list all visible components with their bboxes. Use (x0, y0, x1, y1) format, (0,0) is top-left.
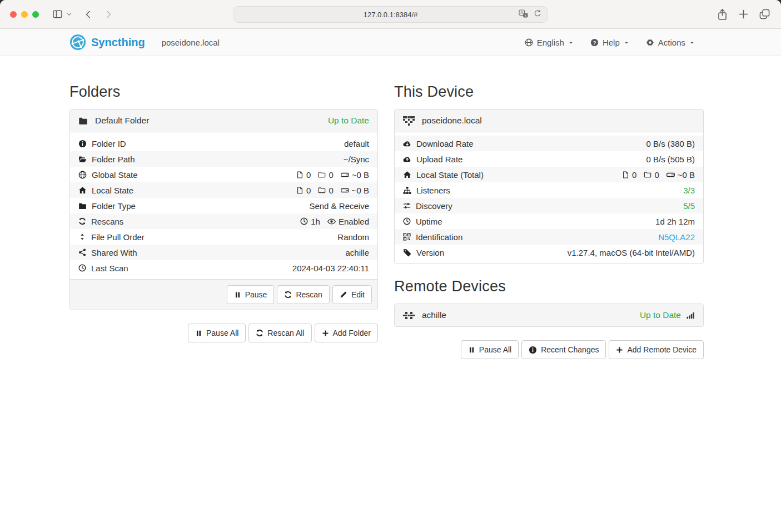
menu-actions[interactable]: Actions (646, 38, 695, 47)
browser-chrome: 127.0.0.1:8384/# Ax (0, 0, 781, 29)
caret-down-icon (624, 38, 629, 47)
row-label: Folder Type (92, 201, 136, 211)
chevron-down-icon[interactable] (66, 11, 72, 17)
table-row: Last Scan2024-04-03 22:40:11 (70, 260, 377, 276)
address-bar[interactable]: 127.0.0.1:8384/# Ax (233, 6, 548, 23)
edit-button[interactable]: Edit (332, 285, 372, 304)
remote-devices-actions: Pause AllRecent ChangesAdd Remote Device (394, 340, 704, 359)
table-row: File Pull OrderRandom (70, 229, 377, 245)
row-value: 3/3 (683, 186, 695, 195)
this-device-panel-header[interactable]: poseidone.local (395, 110, 703, 132)
pause-icon (234, 291, 241, 299)
row-label: File Pull Order (91, 232, 145, 242)
zoom-window-button[interactable] (32, 11, 39, 18)
row-label: Shared With (91, 248, 137, 257)
row-label: Global State (92, 170, 138, 180)
clock-icon (300, 217, 308, 225)
folders-column: Folders Default Folder Up to Date Folder… (69, 83, 378, 359)
row-label: Listeners (416, 186, 450, 195)
forward-button-icon[interactable] (105, 9, 112, 19)
brand-name: Syncthing (91, 36, 145, 49)
close-window-button[interactable] (10, 11, 17, 18)
cloud-down-icon (403, 140, 411, 148)
add-folder-button[interactable]: Add Folder (315, 324, 378, 342)
row-value: achille (345, 248, 369, 257)
row-value: Send & Receive (309, 201, 369, 211)
rescan-all-button[interactable]: Rescan All (248, 324, 311, 342)
sliders-icon (403, 202, 411, 210)
folder-panel-header[interactable]: Default Folder Up to Date (70, 110, 377, 132)
file-icon (296, 186, 304, 195)
folder-icon (78, 202, 87, 210)
this-device-panel: poseidone.local Download Rate0 B/s (380 … (394, 109, 704, 264)
tab-overview-icon[interactable] (759, 9, 770, 19)
refresh-icon (284, 291, 292, 299)
plus-icon (616, 346, 623, 354)
row-label: Identification (416, 232, 462, 242)
remote-device-panel-header[interactable]: achille Up to Date (395, 304, 703, 326)
folder-panel: Default Folder Up to Date Folder IDdefau… (69, 109, 378, 310)
table-row: Uptime1d 2h 12m (395, 213, 703, 229)
recent-changes-button[interactable]: Recent Changes (521, 340, 606, 359)
back-button-icon[interactable] (84, 9, 92, 19)
row-value: v1.27.4, macOS (64-bit Intel/AMD) (568, 248, 695, 257)
translate-icon[interactable]: Ax (519, 9, 528, 19)
svg-text:?: ? (593, 39, 596, 45)
row-label: Local State (Total) (416, 170, 484, 180)
pause-icon (468, 346, 475, 354)
reload-icon[interactable] (534, 9, 541, 19)
navbar-menus: English?HelpActions (525, 38, 695, 47)
traffic-lights (10, 11, 39, 18)
add-remote-device-button[interactable]: Add Remote Device (609, 340, 704, 359)
table-row: Listeners3/3 (395, 182, 703, 198)
row-value[interactable]: N5QLA22 (658, 232, 695, 242)
url-text: 127.0.0.1:8384/# (364, 11, 418, 19)
new-tab-icon[interactable] (739, 9, 748, 19)
table-row: Versionv1.27.4, macOS (64-bit Intel/AMD) (395, 245, 703, 260)
caret-down-icon (689, 38, 695, 47)
caret-down-icon (568, 38, 574, 47)
table-row: IdentificationN5QLA22 (395, 229, 703, 245)
pause-all-button[interactable]: Pause All (461, 340, 519, 359)
table-row: Folder TypeSend & Receive (70, 198, 377, 213)
syncthing-navbar: Syncthing poseidone.local English?HelpAc… (0, 29, 781, 56)
minimize-window-button[interactable] (21, 11, 28, 18)
globe-icon (525, 38, 533, 47)
sidebar-toggle-icon[interactable] (52, 9, 63, 19)
pause-all-button[interactable]: Pause All (188, 324, 246, 342)
this-device-name: poseidone.local (422, 116, 482, 126)
row-label: Local State (92, 186, 133, 195)
table-row: Local State00~0 B (70, 182, 377, 198)
menu-help[interactable]: ?Help (590, 38, 629, 47)
menu-english[interactable]: English (525, 38, 574, 47)
hdd-icon (341, 171, 349, 179)
main-content: Folders Default Folder Up to Date Folder… (0, 56, 781, 359)
row-value: 1d 2h 12m (655, 217, 695, 226)
share-icon (78, 248, 86, 256)
clock-icon (403, 217, 411, 225)
row-value: 2024-04-03 22:40:11 (292, 263, 369, 273)
row-value: 5/5 (683, 201, 695, 211)
home-icon (403, 171, 411, 179)
row-label: Uptime (416, 217, 442, 226)
table-row: Discovery5/5 (395, 198, 703, 213)
row-value: default (344, 139, 369, 148)
sort-icon (78, 233, 86, 241)
remote-device-name: achille (422, 310, 446, 320)
share-icon[interactable] (717, 8, 728, 21)
row-label: Rescans (91, 217, 123, 226)
rescan-button[interactable]: Rescan (277, 285, 329, 304)
folder-icon (78, 116, 88, 126)
hdd-icon (341, 186, 349, 195)
table-row: Folder Path~/Sync (70, 151, 377, 167)
folder-o-icon (644, 171, 651, 178)
folder-details-table: Folder IDdefaultFolder Path~/SyncGlobal … (70, 132, 377, 279)
remote-device-status: Up to Date (640, 310, 681, 320)
device-identicon (403, 116, 415, 126)
row-value: ~/Sync (344, 155, 369, 164)
row-value: Random (337, 232, 369, 242)
browser-window: 127.0.0.1:8384/# Ax (0, 0, 781, 532)
pause-button[interactable]: Pause (227, 285, 275, 304)
folder-status: Up to Date (328, 116, 369, 126)
syncthing-logo[interactable]: Syncthing (69, 34, 145, 51)
